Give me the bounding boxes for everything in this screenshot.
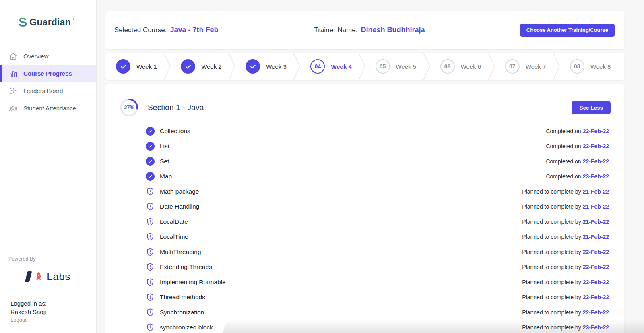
- week-label: Week 3: [266, 63, 287, 70]
- week-label: Week 4: [331, 63, 351, 70]
- topic-status-icon: [146, 142, 155, 151]
- topic-status-icon: [146, 308, 155, 317]
- topic-name: Synchronization: [160, 309, 204, 316]
- week-number: 08: [574, 63, 580, 70]
- topic-name: LocalTime: [160, 233, 188, 240]
- selected-course-value: Java - 7th Feb: [170, 26, 218, 34]
- selected-course-group: Selected Course: Java - 7th Feb: [114, 26, 218, 34]
- topic-status-icon: [146, 217, 155, 226]
- topic-status-text: Completed on22-Feb-22: [546, 158, 609, 165]
- topic-status-phrase: Completed on: [546, 143, 581, 149]
- topic-status-phrase: Completed on: [546, 128, 581, 134]
- week-step[interactable]: Week 3: [235, 53, 300, 80]
- topic-row: Map Completed on23-Feb-22: [105, 169, 624, 184]
- sidebar-nav-item[interactable]: Student Attendance users-icon: [0, 99, 96, 117]
- nav-item-label: Student Attendance: [23, 105, 76, 112]
- week-label: Week 1: [136, 63, 157, 70]
- topic-date: 22-Feb-22: [583, 128, 609, 134]
- topic-row: synchronized block Planned to complete b…: [105, 320, 624, 333]
- topic-date: 21-Feb-22: [583, 234, 609, 240]
- progress-percent: 27%: [120, 98, 139, 117]
- topic-status-text: Planned to complete by22-Feb-22: [522, 279, 609, 285]
- week-step[interactable]: 08 Week 8: [559, 53, 624, 80]
- sidebar-nav-item[interactable]: Overview home-icon: [0, 48, 96, 65]
- topic-status-phrase: Planned to complete by: [522, 279, 581, 285]
- week-step[interactable]: Week 2: [170, 53, 235, 80]
- topic-status-icon: [146, 157, 155, 166]
- week-step-circle: [181, 59, 195, 74]
- trainer-group: Trainer Name: Dinesh Budhhiraja: [314, 26, 425, 34]
- choose-training-button[interactable]: Choose Another Training/Course: [520, 24, 615, 37]
- week-step[interactable]: 04 Week 4: [300, 53, 365, 80]
- logged-in-user: Rakesh Saoji: [10, 308, 96, 315]
- check-icon: [185, 63, 192, 70]
- chevron-separator-icon: [487, 53, 495, 80]
- topic-row: Synchronization Planned to complete by22…: [105, 305, 624, 320]
- topic-status-phrase: Planned to complete by: [522, 324, 581, 331]
- sidebar-nav-item[interactable]: Course Progress bar-chart-icon: [0, 65, 96, 82]
- topic-status-icon: [146, 323, 155, 332]
- chevron-separator-icon: [552, 53, 560, 80]
- week-step[interactable]: 07 Week 7: [495, 53, 559, 80]
- shield-alert-icon: [146, 263, 155, 271]
- week-step[interactable]: 06 Week 6: [430, 53, 495, 80]
- week-step[interactable]: Week 1: [105, 53, 170, 80]
- topic-status-phrase: Planned to complete by: [522, 264, 581, 270]
- topic-status-phrase: Planned to complete by: [522, 234, 581, 240]
- rocket-icon: [33, 271, 44, 283]
- topic-row: Date Handling Planned to complete by21-F…: [105, 199, 624, 215]
- powered-by-block: Powered By Labs: [0, 256, 96, 293]
- topic-status-icon: [146, 263, 155, 271]
- chevron-separator-icon: [293, 53, 301, 80]
- chevron-separator-icon: [228, 53, 236, 80]
- shield-alert-icon: [146, 248, 155, 256]
- shield-alert-icon: [146, 308, 155, 317]
- check-circle-icon: [146, 127, 155, 136]
- chevron-separator-icon: [163, 53, 171, 80]
- nav-item-label: Course Progress: [23, 70, 72, 77]
- section-title: Section 1 - Java: [148, 103, 204, 112]
- topic-name: List: [160, 143, 169, 150]
- topic-row: Math package Planned to complete by21-Fe…: [105, 184, 624, 199]
- topic-name: Thread methods: [160, 294, 205, 301]
- home-icon: [9, 52, 18, 61]
- course-header-card: Selected Course: Java - 7th Feb Trainer …: [105, 11, 624, 49]
- topic-status-text: Planned to complete by21-Feb-22: [522, 234, 609, 240]
- week-step-circle: 05: [376, 59, 390, 74]
- nav-item-label: Overview: [23, 53, 49, 60]
- shield-alert-icon: [146, 323, 155, 332]
- week-step-circle: [116, 59, 130, 74]
- topic-name: Map: [160, 173, 172, 180]
- powered-by-label: Powered By: [8, 256, 96, 262]
- logout-link[interactable]: Logout: [10, 317, 96, 323]
- section-card: 27% Section 1 - Java See Less: [105, 84, 624, 333]
- topic-status-text: Completed on22-Feb-22: [546, 143, 609, 149]
- topic-status-text: Planned to complete by22-Feb-22: [522, 249, 609, 255]
- chevron-separator-icon: [423, 53, 431, 80]
- topic-name: Extending Threads: [160, 263, 212, 271]
- topic-status-icon: [146, 293, 155, 302]
- topic-date: 22-Feb-22: [583, 294, 609, 300]
- topic-status-text: Planned to complete by21-Feb-22: [522, 219, 609, 225]
- guardian-logo-text: Guardian: [29, 16, 71, 28]
- topic-status-text: Planned to complete by22-Feb-22: [522, 294, 609, 300]
- topic-status-text: Completed on23-Feb-22: [546, 173, 609, 180]
- topic-status-text: Planned to complete by21-Feb-22: [522, 188, 609, 195]
- section-header: 27% Section 1 - Java See Less: [105, 84, 624, 117]
- bar-chart-icon: [9, 69, 18, 78]
- topic-status-icon: [146, 232, 155, 241]
- sidebar-nav-item[interactable]: Leaders Board sparkles-icon: [0, 82, 96, 99]
- see-less-button[interactable]: See Less: [572, 101, 611, 114]
- week-label: Week 8: [590, 63, 611, 70]
- check-icon: [250, 63, 256, 70]
- topic-row: Thread methods Planned to complete by22-…: [105, 290, 624, 305]
- topic-row: Implementing Runnable Planned to complet…: [105, 275, 624, 290]
- topic-row: Extending Threads Planned to complete by…: [105, 260, 624, 275]
- labs-logo-text: Labs: [47, 271, 70, 283]
- week-step[interactable]: 05 Week 5: [365, 53, 430, 80]
- main-content: Selected Course: Java - 7th Feb Trainer …: [97, 0, 644, 333]
- week-number: 04: [315, 63, 321, 70]
- guardian-logo-mark: S: [19, 16, 27, 28]
- topic-status-text: Planned to complete by23-Feb-22: [522, 324, 609, 331]
- topic-name: Implementing Runnable: [160, 279, 226, 286]
